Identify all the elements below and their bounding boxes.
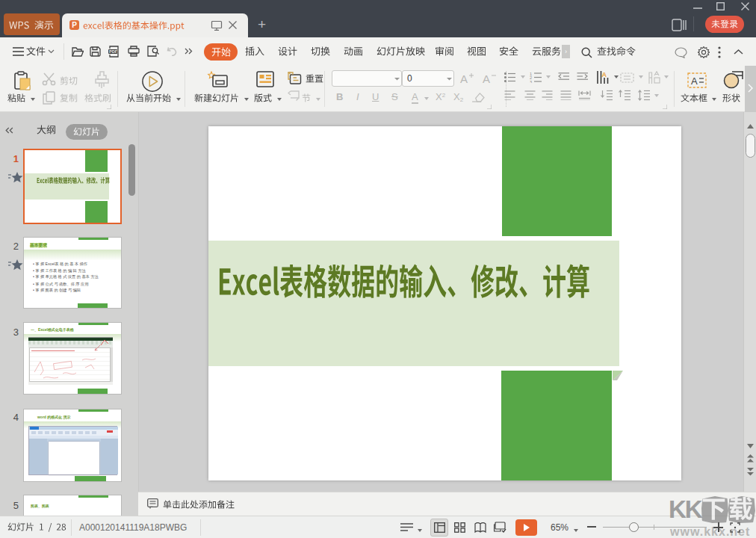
svg-text:A: A xyxy=(602,71,607,78)
svg-text:A: A xyxy=(691,75,698,87)
svg-text:PDF: PDF xyxy=(109,49,118,54)
svg-text:3: 3 xyxy=(530,80,532,84)
